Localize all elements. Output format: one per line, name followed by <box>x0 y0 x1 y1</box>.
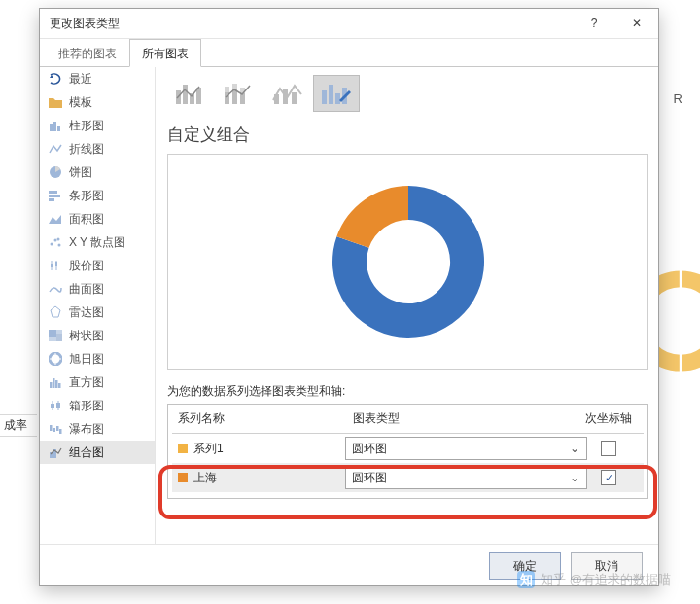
pie-icon <box>48 164 63 180</box>
secondary-axis-checkbox-2[interactable] <box>601 470 616 485</box>
nav-item-combo[interactable]: 组合图 <box>40 441 155 464</box>
box-icon <box>48 398 63 413</box>
svg-rect-27 <box>56 334 62 341</box>
chart-preview <box>167 154 648 370</box>
nav-item-line[interactable]: 折线图 <box>40 137 155 160</box>
svg-rect-10 <box>53 122 56 131</box>
combo-subtype-3[interactable] <box>264 75 311 112</box>
line-icon <box>48 141 63 157</box>
svg-rect-41 <box>53 428 56 432</box>
nav-label: 直方图 <box>69 374 104 391</box>
combo-chart-pane: 自定义组合 为您的数据系列选择图表类型和轴: 系列名称 <box>156 67 658 544</box>
col-series-name: 系列名称 <box>178 410 353 427</box>
combo-subtype-custom[interactable] <box>313 75 360 112</box>
nav-label: 柱形图 <box>69 118 104 134</box>
nav-label: 组合图 <box>69 444 104 461</box>
series-swatch-icon <box>178 473 188 482</box>
svg-rect-35 <box>58 383 61 388</box>
svg-rect-47 <box>183 85 188 104</box>
nav-item-scatter[interactable]: X Y 散点图 <box>40 231 155 254</box>
nav-item-surface[interactable]: 曲面图 <box>40 277 155 301</box>
series-name: 系列1 <box>193 441 224 457</box>
series-row-1: 系列1 圆环图⌄ <box>172 434 644 463</box>
sunburst-icon <box>48 351 63 367</box>
section-title: 自定义组合 <box>167 124 648 146</box>
nav-label: 最近 <box>69 71 92 88</box>
nav-label: 饼图 <box>69 164 92 181</box>
nav-item-radar[interactable]: 雷达图 <box>40 301 155 324</box>
svg-rect-11 <box>57 126 60 131</box>
scatter-icon <box>48 234 63 250</box>
doughnut-chart-icon <box>311 164 506 359</box>
svg-rect-32 <box>50 382 52 388</box>
series-table-header: 系列名称 图表类型 次坐标轴 <box>172 407 644 434</box>
nav-label: 箱形图 <box>69 398 104 414</box>
nav-label: 折线图 <box>69 141 104 158</box>
dialog-title: 更改图表类型 <box>50 16 573 32</box>
svg-rect-43 <box>59 429 62 434</box>
series-row-2: 上海 圆环图⌄ <box>172 463 644 492</box>
column-header-r: R <box>674 91 682 106</box>
svg-rect-25 <box>49 330 56 337</box>
help-button[interactable]: ? <box>573 9 615 38</box>
nav-label: 股价图 <box>69 258 104 274</box>
col-chart-type: 图表类型 <box>353 410 579 427</box>
col-secondary-axis: 次坐标轴 <box>579 410 638 427</box>
nav-item-stock[interactable]: 股价图 <box>40 254 155 277</box>
chart-type-select-1[interactable]: 圆环图⌄ <box>345 437 587 460</box>
svg-rect-26 <box>56 330 62 334</box>
titlebar: 更改图表类型 ? ✕ <box>40 9 658 39</box>
nav-item-bar[interactable]: 条形图 <box>40 184 155 207</box>
nav-item-boxwhisker[interactable]: 箱形图 <box>40 394 155 417</box>
svg-rect-60 <box>329 85 333 104</box>
nav-item-templates[interactable]: 模板 <box>40 90 155 114</box>
svg-rect-37 <box>51 404 54 408</box>
watermark: 知 知乎 @有追求的数据喵 <box>517 571 671 588</box>
svg-rect-14 <box>49 195 60 197</box>
nav-item-column[interactable]: 柱形图 <box>40 114 155 137</box>
nav-item-histogram[interactable]: 直方图 <box>40 371 155 394</box>
secondary-axis-checkbox-1[interactable] <box>601 441 616 456</box>
nav-item-sunburst[interactable]: 旭日图 <box>40 347 155 371</box>
zhihu-icon: 知 <box>517 571 535 588</box>
nav-label: 瀑布图 <box>69 421 104 438</box>
svg-rect-56 <box>274 94 279 104</box>
close-button[interactable]: ✕ <box>615 9 658 38</box>
svg-rect-23 <box>55 262 57 266</box>
nav-item-recent[interactable]: 最近 <box>40 67 155 90</box>
svg-rect-54 <box>240 93 245 104</box>
chart-type-select-2[interactable]: 圆环图⌄ <box>345 466 587 489</box>
change-chart-type-dialog: 更改图表类型 ? ✕ 推荐的图表 所有图表 最近模板柱形图折线图饼图条形图面积图… <box>39 8 659 586</box>
svg-rect-58 <box>292 92 297 104</box>
combo-subtype-2[interactable] <box>216 75 262 112</box>
svg-rect-34 <box>55 380 58 388</box>
nav-label: 树状图 <box>69 328 104 344</box>
nav-label: 旭日图 <box>69 351 104 368</box>
chart-category-nav: 最近模板柱形图折线图饼图条形图面积图X Y 散点图股价图曲面图雷达图树状图旭日图… <box>40 67 156 544</box>
nav-label: X Y 散点图 <box>69 234 125 251</box>
tab-recommended[interactable]: 推荐的图表 <box>46 39 129 67</box>
nav-item-waterfall[interactable]: 瀑布图 <box>40 417 155 441</box>
nav-label: 曲面图 <box>69 281 104 298</box>
nav-label: 面积图 <box>69 211 104 228</box>
stock-icon <box>48 258 63 273</box>
tab-all[interactable]: 所有图表 <box>129 39 201 67</box>
histogram-icon <box>48 374 63 390</box>
column-icon <box>48 118 63 133</box>
nav-item-treemap[interactable]: 树状图 <box>40 324 155 347</box>
series-name: 上海 <box>193 470 217 486</box>
combo-subtype-1[interactable] <box>167 75 214 112</box>
nav-item-pie[interactable]: 饼图 <box>40 160 155 184</box>
svg-rect-42 <box>56 426 59 431</box>
svg-point-19 <box>57 238 60 241</box>
svg-rect-53 <box>232 84 237 89</box>
svg-rect-51 <box>225 87 229 92</box>
svg-marker-24 <box>51 306 60 317</box>
svg-rect-28 <box>49 337 56 341</box>
bar-icon <box>48 188 63 203</box>
radar-icon <box>48 304 63 320</box>
recent-icon <box>48 71 63 87</box>
area-icon <box>48 211 63 227</box>
waterfall-icon <box>48 421 63 437</box>
nav-item-area[interactable]: 面积图 <box>40 207 155 231</box>
